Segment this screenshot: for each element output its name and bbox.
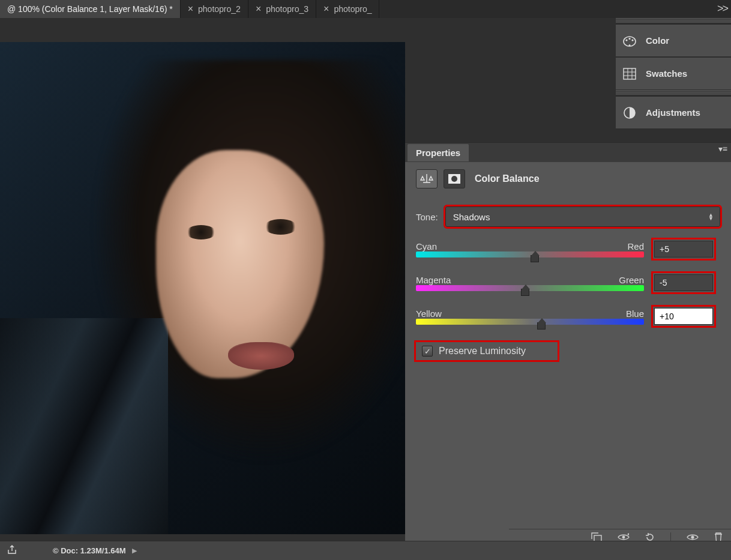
close-icon[interactable]: × [323, 4, 329, 14]
tab-photopro2[interactable]: × photopro_2 [181, 0, 248, 18]
svg-point-1 [625, 39, 627, 41]
panel-label: Adjustments [646, 107, 700, 118]
properties-panel: Properties ▾≡ Color Balance Tone: Shadow… [405, 142, 731, 547]
magenta-green-slider: Magenta Green [416, 271, 720, 294]
adjustments-icon [622, 106, 637, 119]
dropdown-caret-icon: ▲▼ [708, 213, 714, 220]
doc-info: © Doc: 1.23M/1.64M [53, 546, 126, 555]
mask-icon [448, 173, 461, 184]
color-balance-form: Tone: Shadows ▲▼ Cyan Red [405, 196, 731, 360]
swatches-panel-tab[interactable]: Swatches [616, 57, 731, 90]
svg-point-14 [691, 535, 694, 538]
checkbox-icon[interactable]: ✓ [422, 346, 433, 357]
right-panel-dock: Color Swatches Adjustments [616, 18, 731, 129]
swatches-icon [622, 67, 637, 80]
properties-tab-row: Properties ▾≡ [405, 143, 731, 162]
preserve-luminosity-label: Preserve Luminosity [439, 346, 526, 357]
svg-point-2 [628, 37, 630, 39]
slider-left-label: Yellow [416, 309, 442, 319]
slider-thumb[interactable] [521, 289, 529, 296]
yellow-blue-value-input[interactable] [654, 308, 713, 325]
panel-label: Color [646, 35, 669, 46]
slider-track[interactable] [416, 285, 644, 291]
palette-icon [622, 34, 637, 47]
panel-menu-icon[interactable]: ▾≡ [718, 144, 727, 154]
tab-photopro3[interactable]: × photopro_3 [248, 0, 316, 18]
close-icon[interactable]: × [188, 4, 193, 14]
mask-icon-button[interactable] [444, 169, 465, 188]
tone-label: Tone: [416, 212, 438, 222]
svg-rect-12 [594, 535, 601, 541]
balance-scale-icon [420, 173, 433, 185]
yellow-blue-slider: Yellow Blue [416, 305, 720, 328]
tab-title: photopro_ [334, 4, 372, 14]
tab-title: photopro_3 [266, 4, 308, 14]
tone-row: Tone: Shadows ▲▼ [416, 206, 720, 227]
close-icon[interactable]: × [256, 4, 261, 14]
status-bar: © Doc: 1.23M/1.64M ▶ [0, 541, 731, 560]
panel-grip[interactable] [616, 18, 731, 24]
slider-left-label: Cyan [416, 241, 437, 251]
value-highlight [651, 238, 716, 260]
panel-grip[interactable] [616, 90, 731, 96]
magenta-green-value-input[interactable] [654, 274, 713, 291]
tabs-overflow-button[interactable]: >> [717, 2, 727, 15]
adjustments-panel-tab[interactable]: Adjustments [616, 96, 731, 129]
tab-title: photopro_2 [198, 4, 241, 14]
tab-photopro4[interactable]: × photopro_ [316, 0, 379, 18]
cyan-red-value-input[interactable] [654, 241, 713, 257]
slider-right-label: Green [619, 275, 644, 285]
photo-placeholder [0, 42, 405, 534]
cyan-red-slider: Cyan Red [416, 238, 720, 260]
svg-point-13 [622, 535, 625, 538]
slider-thumb[interactable] [537, 322, 546, 330]
preserve-luminosity-row[interactable]: ✓ Preserve Luminosity [416, 342, 558, 360]
tone-value: Shadows [453, 212, 490, 222]
adjustment-icon-button[interactable] [416, 169, 438, 188]
slider-track[interactable] [416, 319, 644, 325]
slider-track[interactable] [416, 251, 644, 257]
share-icon[interactable] [7, 545, 17, 556]
svg-rect-4 [624, 68, 636, 79]
tone-dropdown[interactable]: Shadows ▲▼ [445, 206, 720, 227]
tab-active[interactable]: @ 100% (Color Balance 1, Layer Mask/16) … [0, 0, 181, 18]
value-highlight [651, 305, 716, 328]
slider-thumb[interactable] [531, 255, 539, 262]
svg-point-11 [451, 176, 457, 182]
status-menu-icon[interactable]: ▶ [132, 547, 137, 555]
slider-left-label: Magenta [416, 275, 451, 285]
color-panel-tab[interactable]: Color [616, 24, 731, 57]
properties-tab[interactable]: Properties [408, 144, 469, 161]
panel-label: Swatches [646, 68, 687, 79]
value-highlight [651, 271, 716, 294]
document-canvas[interactable] [0, 42, 405, 534]
properties-header: Color Balance [405, 162, 731, 196]
document-tabs: @ 100% (Color Balance 1, Layer Mask/16) … [0, 0, 731, 18]
slider-right-label: Red [627, 241, 644, 251]
slider-right-label: Blue [626, 309, 644, 319]
tab-title: @ 100% (Color Balance 1, Layer Mask/16) … [7, 4, 173, 14]
adjustment-title: Color Balance [475, 173, 540, 184]
svg-point-3 [631, 39, 633, 41]
